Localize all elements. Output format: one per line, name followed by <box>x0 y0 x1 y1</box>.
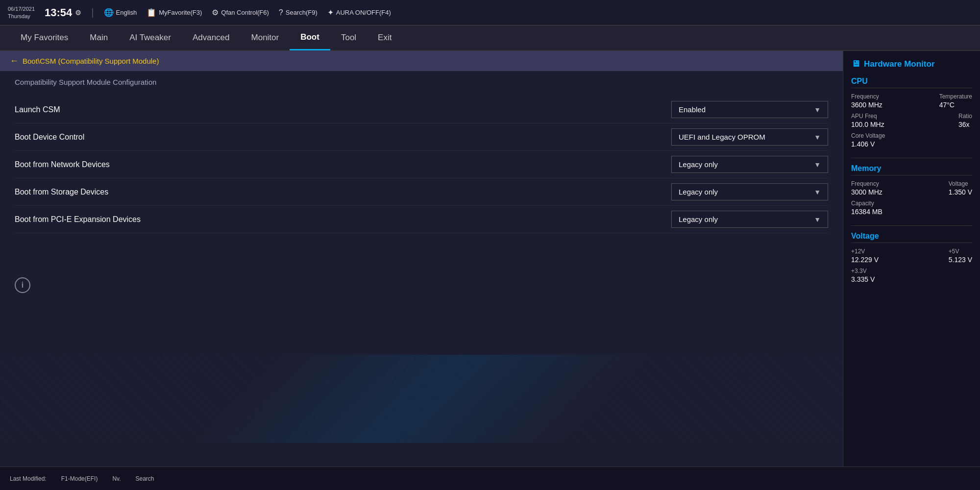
qfan-icon: ⚙ <box>212 8 219 17</box>
v5-col: +5V 5.123 V <box>949 248 972 264</box>
boot-device-control-value: UEFI and Legacy OPROM <box>679 133 765 141</box>
nav-tool[interactable]: Tool <box>330 26 367 49</box>
v12-col: +12V 12.229 V <box>851 248 879 264</box>
boot-device-control-label: Boot Device Control <box>15 133 671 142</box>
setting-row-boot-from-pcie: Boot from PCI-E Expansion Devices Legacy… <box>15 206 828 233</box>
mem-frequency-label: Frequency <box>851 180 882 187</box>
last-modified-label: Last Modified: <box>10 475 47 482</box>
boot-from-network-dropdown[interactable]: Legacy only ▼ <box>671 156 828 173</box>
boot-device-control-chevron-icon: ▼ <box>814 133 821 141</box>
main-content: ← Boot\CSM (Compatibility Support Module… <box>0 51 843 466</box>
datetime-block: 06/17/2021 Thursday <box>8 5 35 20</box>
aura-icon: ✦ <box>327 8 334 17</box>
v12-v5-row: +12V 12.229 V +5V 5.123 V <box>851 248 972 264</box>
mem-voltage-label: Voltage <box>949 180 972 187</box>
hardware-monitor-title: 🖥 Hardware Monitor <box>851 59 972 69</box>
nv-label: Nv. <box>112 475 121 482</box>
breadcrumb[interactable]: ← Boot\CSM (Compatibility Support Module… <box>0 51 843 71</box>
nav-monitor[interactable]: Monitor <box>241 26 290 49</box>
info-icon: i <box>15 277 30 293</box>
language-label: English <box>116 9 137 16</box>
aura-item[interactable]: ✦ AURA ON/OFF(F4) <box>327 8 391 17</box>
cpu-section: CPU Frequency 3600 MHz Temperature 47°C … <box>851 77 972 148</box>
mem-freq-voltage-row: Frequency 3000 MHz Voltage 1.350 V <box>851 180 972 196</box>
mem-frequency-value: 3000 MHz <box>851 188 882 196</box>
settings-gear-icon[interactable]: ⚙ <box>75 9 81 17</box>
qfan-item[interactable]: ⚙ Qfan Control(F6) <box>212 8 269 17</box>
nav-advanced[interactable]: Advanced <box>182 26 241 49</box>
date-text: 06/17/2021 <box>8 5 35 12</box>
boot-from-storage-value: Legacy only <box>679 188 718 196</box>
boot-from-pcie-label: Boot from PCI-E Expansion Devices <box>15 215 671 224</box>
bottom-bar: Last Modified: F1-Mode(EFI) Nv. Search <box>0 466 980 490</box>
boot-from-pcie-chevron-icon: ▼ <box>814 216 821 223</box>
voltage-section: Voltage +12V 12.229 V +5V 5.123 V +3.3V … <box>851 232 972 283</box>
launch-csm-value: Enabled <box>679 105 706 114</box>
boot-from-network-value: Legacy only <box>679 160 718 169</box>
day-text: Thursday <box>8 13 35 20</box>
mem-voltage-col: Voltage 1.350 V <box>949 180 972 196</box>
setting-row-boot-device-control: Boot Device Control UEFI and Legacy OPRO… <box>15 123 828 151</box>
ratio-col: Ratio 36x <box>958 113 972 128</box>
f1-mode-item[interactable]: F1-Mode(EFI) <box>61 475 98 482</box>
boot-from-storage-chevron-icon: ▼ <box>814 188 821 196</box>
search-item[interactable]: ? Search(F9) <box>279 8 318 17</box>
mem-capacity-label: Capacity <box>851 200 882 207</box>
nav-my-favorites[interactable]: My Favorites <box>10 26 79 49</box>
cpu-apu-ratio-row: APU Freq 100.0 MHz Ratio 36x <box>851 113 972 128</box>
boot-from-storage-dropdown[interactable]: Legacy only ▼ <box>671 183 828 200</box>
boot-from-storage-label: Boot from Storage Devices <box>15 188 671 196</box>
search-bottom-item[interactable]: Search <box>136 475 154 482</box>
core-voltage-value: 1.406 V <box>851 140 885 148</box>
nav-exit[interactable]: Exit <box>367 26 402 49</box>
nav-main[interactable]: Main <box>79 26 119 49</box>
language-item[interactable]: 🌐 English <box>104 8 137 17</box>
boot-from-pcie-dropdown[interactable]: Legacy only ▼ <box>671 211 828 228</box>
cpu-section-title: CPU <box>851 77 972 88</box>
mem-capacity-value: 16384 MB <box>851 208 882 216</box>
language-icon: 🌐 <box>104 8 114 17</box>
mem-voltage-value: 1.350 V <box>949 188 972 196</box>
setting-row-boot-from-storage: Boot from Storage Devices Legacy only ▼ <box>15 178 828 206</box>
core-voltage-col: Core Voltage 1.406 V <box>851 132 885 148</box>
f1-mode-label: F1-Mode(EFI) <box>61 475 98 482</box>
last-modified-item: Last Modified: <box>10 475 47 482</box>
cpu-frequency-value: 3600 MHz <box>851 101 882 109</box>
v5-label: +5V <box>949 248 972 255</box>
memory-voltage-divider <box>851 225 972 226</box>
breadcrumb-arrow-icon: ← <box>10 56 19 66</box>
cpu-frequency-label: Frequency <box>851 93 882 100</box>
apu-freq-value: 100.0 MHz <box>851 121 884 128</box>
bg-decoration <box>0 355 843 443</box>
cpu-temp-label: Temperature <box>939 93 972 100</box>
content-wrapper: ← Boot\CSM (Compatibility Support Module… <box>0 51 980 466</box>
ratio-label: Ratio <box>958 113 972 120</box>
launch-csm-dropdown[interactable]: Enabled ▼ <box>671 101 828 118</box>
nv-item: Nv. <box>112 475 121 482</box>
boot-from-network-label: Boot from Network Devices <box>15 160 671 169</box>
myfavorite-label: MyFavorite(F3) <box>159 9 202 16</box>
ratio-value: 36x <box>958 121 972 128</box>
cpu-frequency-col: Frequency 3600 MHz <box>851 93 882 109</box>
mem-frequency-col: Frequency 3000 MHz <box>851 180 882 196</box>
nav-ai-tweaker[interactable]: AI Tweaker <box>119 26 182 49</box>
boot-device-control-dropdown[interactable]: UEFI and Legacy OPROM ▼ <box>671 128 828 146</box>
v12-value: 12.229 V <box>851 256 879 264</box>
settings-area: Launch CSM Enabled ▼ Boot Device Control… <box>0 91 843 238</box>
v33-col: +3.3V 3.335 V <box>851 268 875 283</box>
cpu-voltage-row: Core Voltage 1.406 V <box>851 132 972 148</box>
mem-capacity-row: Capacity 16384 MB <box>851 200 972 216</box>
nav-bar: My Favorites Main AI Tweaker Advanced Mo… <box>0 25 980 51</box>
monitor-icon: 🖥 <box>851 59 860 69</box>
time-text: 13:54 <box>45 6 72 19</box>
memory-section-title: Memory <box>851 164 972 175</box>
v12-label: +12V <box>851 248 879 255</box>
boot-from-network-chevron-icon: ▼ <box>814 161 821 169</box>
myfavorite-item[interactable]: 📋 MyFavorite(F3) <box>147 8 202 17</box>
v5-value: 5.123 V <box>949 256 972 264</box>
voltage-section-title: Voltage <box>851 232 972 243</box>
myfavorite-icon: 📋 <box>147 8 156 17</box>
divider: | <box>91 7 94 18</box>
nav-boot[interactable]: Boot <box>290 25 330 50</box>
mem-capacity-col: Capacity 16384 MB <box>851 200 882 216</box>
